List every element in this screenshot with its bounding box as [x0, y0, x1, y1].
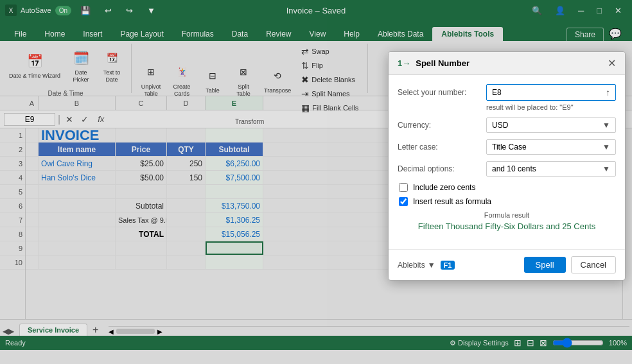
cancel-button[interactable]: Cancel [571, 256, 616, 273]
currency-label: Currency: [398, 121, 481, 130]
decimal-row: Decimal options: and 10 cents ▼ [398, 161, 616, 177]
formula-result-label: Formula result [398, 211, 616, 219]
currency-row: Currency: USD ▼ [398, 117, 616, 133]
decimal-dropdown-arrow: ▼ [602, 164, 610, 173]
number-label: Select your number: [398, 88, 481, 97]
dialog-close-button[interactable]: ✕ [608, 57, 616, 69]
dialog-body: Select your number: E8 ↑ result will be … [389, 75, 625, 249]
ablebits-dropdown-arrow: ▼ [428, 261, 435, 270]
number-input-wrapper[interactable]: E8 ↑ [486, 84, 616, 101]
letter-case-label: Letter case: [398, 143, 481, 152]
number-input-arrow[interactable]: ↑ [606, 87, 610, 98]
currency-select[interactable]: USD ▼ [486, 117, 616, 133]
letter-case-select[interactable]: Title Case ▼ [486, 139, 616, 155]
f1-badge[interactable]: F1 [441, 261, 455, 270]
ablebits-button[interactable]: Ablebits ▼ [398, 261, 435, 270]
formula-result-value: Fifteen Thousand Fifty-Six Dollars and 2… [398, 221, 616, 231]
insert-as-formula-label[interactable]: Insert result as formula [413, 197, 491, 206]
dialog-header: 1→ Spell Number ✕ [389, 52, 625, 75]
spell-button[interactable]: Spell [524, 257, 566, 273]
include-zero-cents-checkbox[interactable] [399, 183, 408, 192]
decimal-label: Decimal options: [398, 164, 481, 173]
include-zero-cents-label[interactable]: Include zero cents [413, 183, 475, 192]
letter-case-row: Letter case: Title Case ▼ [398, 139, 616, 155]
dialog-title: Spell Number [416, 58, 602, 68]
currency-value: USD [492, 121, 508, 130]
number-input[interactable]: E8 [492, 88, 603, 97]
insert-as-formula-row: Insert result as formula [398, 197, 616, 206]
decimal-value: and 10 cents [492, 164, 536, 173]
select-number-row: Select your number: E8 ↑ [398, 84, 616, 101]
letter-case-value: Title Case [492, 143, 527, 152]
result-placement-hint: result will be placed to: "E9" [486, 103, 616, 111]
letter-case-dropdown-arrow: ▼ [602, 143, 610, 152]
dialog-overlay: 1→ Spell Number ✕ Select your number: E8… [0, 0, 632, 364]
decimal-select[interactable]: and 10 cents ▼ [486, 161, 616, 177]
spell-number-dialog: 1→ Spell Number ✕ Select your number: E8… [388, 51, 626, 281]
dialog-footer: Ablebits ▼ F1 Spell Cancel [389, 249, 625, 280]
insert-as-formula-checkbox[interactable] [399, 197, 408, 206]
dialog-spell-icon: 1→ [398, 58, 410, 68]
ablebits-label: Ablebits [398, 261, 425, 270]
currency-dropdown-arrow: ▼ [602, 121, 610, 130]
include-zero-cents-row: Include zero cents [398, 183, 616, 192]
